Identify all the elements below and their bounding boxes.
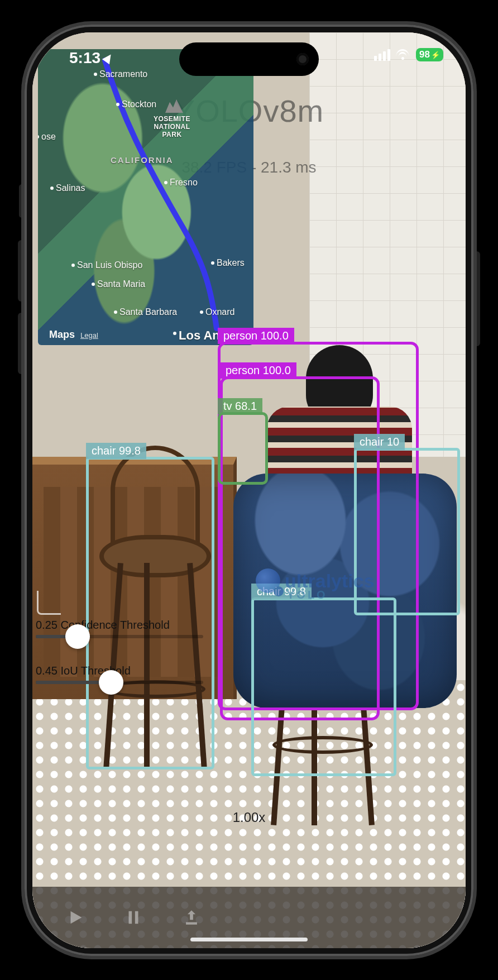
map-city-label: Fresno	[170, 178, 198, 188]
map-overlay[interactable]: YOSEMITE NATIONAL PARK CALIFORNIA Sacram…	[38, 49, 253, 345]
confidence-value: 0.25	[36, 619, 58, 631]
viewfinder-bracket	[37, 591, 61, 615]
volume-up-button[interactable]	[18, 240, 25, 302]
detection-label: chair 10	[354, 434, 405, 450]
volume-down-button[interactable]	[18, 313, 25, 374]
map-legal-link[interactable]: Legal	[80, 331, 98, 340]
share-icon[interactable]	[182, 908, 201, 927]
mute-switch[interactable]	[19, 184, 25, 218]
pause-icon[interactable]	[124, 908, 143, 927]
watermark-sub: YOLO	[287, 589, 328, 601]
map-city-label: Santa Maria	[97, 279, 145, 289]
detection-label: person 100.0	[218, 328, 294, 344]
map-city-label: Stockton	[122, 99, 156, 109]
detection-box-chair: chair 99.8	[251, 597, 396, 776]
iou-slider[interactable]: 0.45 IoU Threshold	[36, 665, 203, 684]
maps-label: Maps	[49, 329, 75, 341]
wifi-icon	[396, 49, 410, 60]
map-city-label: ose	[41, 132, 56, 142]
map-city-label: Oxnard	[205, 307, 234, 317]
cellular-signal-icon	[374, 49, 390, 61]
zoom-level[interactable]: 1.00x	[233, 810, 266, 825]
map-city-label: San Luis Obispo	[77, 260, 142, 270]
battery-badge: 98	[416, 48, 443, 61]
play-icon[interactable]	[66, 908, 85, 927]
map-route	[38, 49, 253, 345]
map-city-label: Bakers	[217, 258, 245, 268]
map-city-label: Salinas	[56, 183, 85, 193]
map-attribution: Maps Legal	[44, 329, 98, 341]
iou-value: 0.45	[36, 665, 58, 677]
map-city-label: Santa Barbara	[119, 307, 177, 317]
status-time: 5:13	[69, 49, 113, 67]
detection-label: person 100.0	[220, 362, 296, 379]
screen: YOLOv8m 38.2 FPS - 21.3 ms YOSEMITE NATI…	[32, 32, 466, 948]
confidence-slider[interactable]: 0.25 Confidence Threshold	[36, 619, 203, 638]
location-arrow-icon	[102, 52, 114, 64]
confidence-slider-thumb[interactable]	[65, 624, 90, 649]
phone-frame: YOLOv8m 38.2 FPS - 21.3 ms YOSEMITE NATI…	[25, 25, 473, 956]
iou-slider-thumb[interactable]	[99, 670, 123, 695]
detection-label: chair 99.8	[86, 443, 146, 459]
map-region-label: CALIFORNIA	[111, 155, 174, 165]
detection-box-chair: chair 99.8	[86, 457, 214, 769]
ultralytics-logo-icon	[256, 568, 280, 593]
ultralytics-watermark: ultralytics YOLO	[256, 568, 375, 593]
power-button[interactable]	[473, 251, 480, 346]
battery-percent: 98	[419, 49, 430, 60]
clock-text: 5:13	[69, 49, 100, 67]
detection-label: tv 68.1	[218, 398, 262, 414]
home-indicator[interactable]	[190, 938, 308, 941]
detection-box-tv: tv 68.1	[218, 412, 268, 485]
status-bar: 5:13 98	[32, 42, 466, 73]
